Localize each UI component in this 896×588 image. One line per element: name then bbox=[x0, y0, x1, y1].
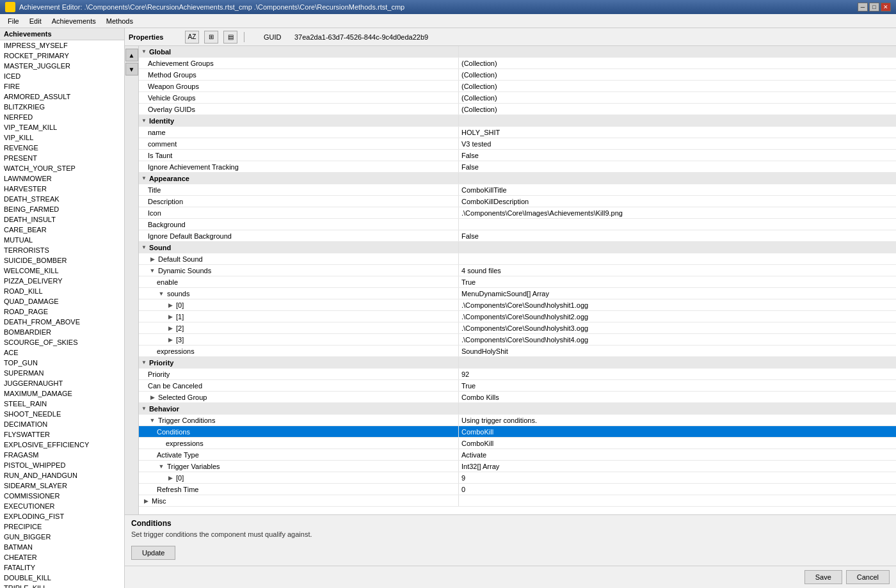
achievement-item[interactable]: BOMBARDIER bbox=[0, 327, 124, 337]
achievement-item[interactable]: TERRORISTS bbox=[0, 245, 124, 255]
grid-row[interactable]: Activate TypeActivate bbox=[139, 449, 896, 461]
grid-row[interactable]: ▼Priority bbox=[139, 357, 896, 369]
achievement-item[interactable]: HARVESTER bbox=[0, 184, 124, 194]
achievement-item[interactable]: LAWNMOWER bbox=[0, 173, 124, 184]
achievement-item[interactable]: GUN_BIGGER bbox=[0, 532, 124, 542]
grid-row[interactable]: expressionsSoundHolyShit bbox=[139, 346, 896, 357]
achievement-item[interactable]: JUGGERNAUGHT bbox=[0, 378, 124, 388]
grid-row[interactable]: DescriptionComboKillDescription bbox=[139, 196, 896, 207]
grid-row[interactable]: Can be CanceledTrue bbox=[139, 380, 896, 392]
achievement-item[interactable]: QUAD_DAMAGE bbox=[0, 296, 124, 306]
achievement-item[interactable]: IMPRESS_MYSELF bbox=[0, 40, 124, 51]
menu-edit[interactable]: Edit bbox=[24, 16, 47, 26]
achievement-item[interactable]: RUN_AND_HANDGUN bbox=[0, 470, 124, 481]
achievement-item[interactable]: CHEATER bbox=[0, 552, 124, 562]
achievement-item[interactable]: FLYSWATTER bbox=[0, 429, 124, 440]
grid-row[interactable]: Refresh Time0 bbox=[139, 484, 896, 495]
achievement-item[interactable]: FIRE bbox=[0, 81, 124, 91]
grid-row[interactable]: Icon.\Components\Core\Images\Achievement… bbox=[139, 207, 896, 219]
achievement-item[interactable]: FATALITY bbox=[0, 562, 124, 573]
grid-row[interactable]: Weapon Groups(Collection) bbox=[139, 81, 896, 92]
achievement-item[interactable]: DEATH_INSULT bbox=[0, 214, 124, 225]
export-button[interactable]: ▤ bbox=[223, 31, 237, 44]
grid-row[interactable]: ▶[0].\Components\Core\Sound\holyshit1.og… bbox=[139, 299, 896, 311]
grid-row[interactable]: expressionsComboKill bbox=[139, 438, 896, 449]
achievement-item[interactable]: VIP_KILL bbox=[0, 132, 124, 143]
achievement-item[interactable]: BEING_FARMED bbox=[0, 204, 124, 214]
achievement-item[interactable]: MUTUAL bbox=[0, 235, 124, 245]
achievement-item[interactable]: DOUBLE_KILL bbox=[0, 573, 124, 583]
achievement-item[interactable]: SIDEARM_SLAYER bbox=[0, 481, 124, 491]
grid-row[interactable]: Ignore Achievement TrackingFalse bbox=[139, 161, 896, 173]
achievement-item[interactable]: SUPERMAN bbox=[0, 368, 124, 378]
achievement-item[interactable]: ACE bbox=[0, 347, 124, 358]
achievement-item[interactable]: MASTER_JUGGLER bbox=[0, 61, 124, 71]
achievement-item[interactable]: PISTOL_WHIPPED bbox=[0, 460, 124, 470]
achievement-item[interactable]: DECIMATION bbox=[0, 419, 124, 429]
update-button[interactable]: Update bbox=[131, 546, 175, 560]
achievement-item[interactable]: MAXIMUM_DAMAGE bbox=[0, 388, 124, 399]
achievement-list[interactable]: IMPRESS_MYSELFROCKET_PRIMARYMASTER_JUGGL… bbox=[0, 40, 124, 588]
achievement-item[interactable]: EXPLODING_FIST bbox=[0, 511, 124, 521]
grid-row[interactable]: ▼Behavior bbox=[139, 403, 896, 415]
grid-row[interactable]: Is TauntFalse bbox=[139, 150, 896, 161]
grid-row[interactable]: ▶[2].\Components\Core\Sound\holyshit3.og… bbox=[139, 322, 896, 334]
grid-row[interactable]: commentV3 tested bbox=[139, 138, 896, 150]
grid-row[interactable]: Achievement Groups(Collection) bbox=[139, 58, 896, 69]
grid-row[interactable]: ▶[0]9 bbox=[139, 472, 896, 484]
achievement-item[interactable]: NERFED bbox=[0, 112, 124, 122]
achievement-item[interactable]: EXPLOSIVE_EFFICIENCY bbox=[0, 440, 124, 450]
grid-row[interactable]: ▶Default Sound bbox=[139, 253, 896, 265]
achievement-item[interactable]: ARMORED_ASSULT bbox=[0, 91, 124, 102]
achievement-item[interactable]: WELCOME_KILL bbox=[0, 266, 124, 276]
achievement-item[interactable]: COMMISSIONER bbox=[0, 491, 124, 501]
achievement-item[interactable]: PIZZA_DELIVERY bbox=[0, 276, 124, 286]
grid-row[interactable]: ▼Trigger VariablesInt32[] Array bbox=[139, 461, 896, 472]
properties-grid[interactable]: ▼GlobalAchievement Groups(Collection)Met… bbox=[139, 46, 896, 514]
achievement-item[interactable]: TOP_GUN bbox=[0, 358, 124, 368]
grid-row[interactable]: ConditionsComboKill bbox=[139, 426, 896, 438]
grid-row[interactable]: ▼Dynamic Sounds4 sound files bbox=[139, 265, 896, 276]
achievement-item[interactable]: TRIPLE_KILL bbox=[0, 583, 124, 588]
achievement-item[interactable]: PRESENT bbox=[0, 153, 124, 163]
minimize-button[interactable]: ─ bbox=[858, 3, 868, 12]
achievement-item[interactable]: WATCH_YOUR_STEP bbox=[0, 163, 124, 173]
sort-button[interactable]: AZ bbox=[185, 31, 199, 44]
grid-row[interactable]: ▼Global bbox=[139, 46, 896, 58]
achievement-item[interactable]: STEEL_RAIN bbox=[0, 399, 124, 409]
achievement-item[interactable]: DEATH_STREAK bbox=[0, 194, 124, 204]
achievement-item[interactable]: CARE_BEAR bbox=[0, 225, 124, 235]
achievement-item[interactable]: VIP_TEAM_KILL bbox=[0, 122, 124, 132]
grid-row[interactable]: ▶Selected GroupCombo Kills bbox=[139, 392, 896, 403]
achievement-item[interactable]: ICED bbox=[0, 71, 124, 81]
achievement-item[interactable]: ROAD_KILL bbox=[0, 286, 124, 296]
grid-row[interactable]: ▼soundsMenuDynamicSound[] Array bbox=[139, 288, 896, 299]
achievement-item[interactable]: BLITZKRIEG bbox=[0, 102, 124, 112]
achievement-item[interactable]: ROCKET_PRIMARY bbox=[0, 51, 124, 61]
grid-row[interactable]: enableTrue bbox=[139, 276, 896, 288]
achievement-item[interactable]: SCOURGE_OF_SKIES bbox=[0, 337, 124, 347]
grid-row[interactable]: TitleComboKillTitle bbox=[139, 184, 896, 196]
achievement-item[interactable]: PRECIPICE bbox=[0, 521, 124, 532]
nav-up-button[interactable]: ▲ bbox=[125, 49, 138, 61]
cancel-button[interactable]: Cancel bbox=[846, 570, 890, 584]
maximize-button[interactable]: □ bbox=[869, 3, 879, 12]
grid-button[interactable]: ⊞ bbox=[204, 31, 218, 44]
grid-row[interactable]: Vehicle Groups(Collection) bbox=[139, 92, 896, 104]
close-button[interactable]: ✕ bbox=[881, 3, 891, 12]
achievement-item[interactable]: FRAGASM bbox=[0, 450, 124, 460]
grid-row[interactable]: ▼Trigger ConditionsUsing trigger conditi… bbox=[139, 415, 896, 426]
achievement-item[interactable]: SUICIDE_BOMBER bbox=[0, 255, 124, 266]
save-button[interactable]: Save bbox=[804, 570, 842, 584]
achievement-item[interactable]: DEATH_FROM_ABOVE bbox=[0, 317, 124, 327]
menu-achievements[interactable]: Achievements bbox=[47, 16, 101, 26]
achievement-item[interactable]: BATMAN bbox=[0, 542, 124, 552]
grid-row[interactable]: ▶Misc bbox=[139, 495, 896, 507]
grid-row[interactable]: Ignore Default BackgroundFalse bbox=[139, 230, 896, 242]
grid-row[interactable]: nameHOLY_SHIT bbox=[139, 127, 896, 138]
grid-row[interactable]: Background bbox=[139, 219, 896, 230]
achievement-item[interactable]: EXECUTIONER bbox=[0, 501, 124, 511]
achievement-item[interactable]: REVENGE bbox=[0, 143, 124, 153]
grid-row[interactable]: ▼Sound bbox=[139, 242, 896, 253]
grid-row[interactable]: ▶[3].\Components\Core\Sound\holyshit4.og… bbox=[139, 334, 896, 346]
